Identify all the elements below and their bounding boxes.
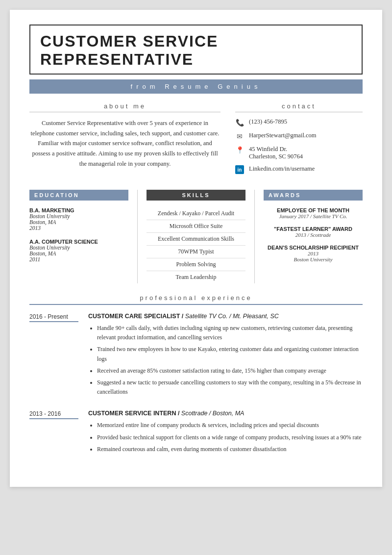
about-me-column: about me Customer Service Representative… bbox=[29, 102, 220, 179]
bullet-item: Received an average 85% customer satisfa… bbox=[97, 366, 363, 376]
bullet-item: Handle 90+ calls daily, with duties incl… bbox=[97, 324, 363, 342]
about-me-heading: about me bbox=[29, 102, 220, 112]
skill-6: Team Leadership bbox=[147, 271, 245, 283]
skills-heading: SKILLS bbox=[147, 190, 245, 201]
edu-city-2: Boston, MA bbox=[29, 251, 128, 256]
bullet-item: Suggested a new tactic to persuade cance… bbox=[97, 378, 363, 397]
job-2-row: 2013 - 2016 CUSTOMER SERVICE INTERN / Sc… bbox=[29, 410, 363, 456]
source-banner: from Resume Genius bbox=[29, 79, 363, 94]
contact-address: 📍 45 Winfield Dr. Charleston, SC 90764 bbox=[235, 146, 363, 160]
email-address: HarperStewart@gmail.com bbox=[249, 132, 317, 139]
award-detail-2: 2013 / Scottrade bbox=[264, 232, 363, 238]
award-title-3: DEAN'S SCHOLARSHIP RECIPIENT bbox=[264, 245, 363, 251]
contact-heading: contact bbox=[235, 102, 363, 112]
skills-column: SKILLS Zendesk / Kayako / Parcel Audit M… bbox=[137, 190, 255, 283]
contact-phone: 📞 (123) 456-7895 bbox=[235, 118, 363, 127]
skill-2: Microsoft Office Suite bbox=[147, 220, 245, 233]
job-1: 2016 - Present CUSTOMER CARE SPECIALIST … bbox=[29, 313, 363, 399]
job-2-bullets: Memorized entire line of company product… bbox=[88, 421, 363, 454]
edu-school-1: Boston University bbox=[29, 213, 128, 219]
contact-list: 📞 (123) 456-7895 ✉ HarperStewart@gmail.c… bbox=[235, 118, 363, 174]
skill-1: Zendesk / Kayako / Parcel Audit bbox=[147, 207, 245, 220]
about-me-text: Customer Service Representative with ove… bbox=[29, 118, 220, 169]
title-box: CUSTOMER SERVICE REPRESENTATIVE bbox=[29, 25, 363, 75]
resume-title: CUSTOMER SERVICE REPRESENTATIVE bbox=[40, 32, 352, 69]
top-section: about me Customer Service Representative… bbox=[29, 102, 363, 179]
phone-icon: 📞 bbox=[235, 118, 244, 127]
job-2: 2013 - 2016 CUSTOMER SERVICE INTERN / Sc… bbox=[29, 410, 363, 456]
edu-degree-2: A.A. COMPUTER SCIENCE bbox=[29, 239, 128, 245]
contact-email: ✉ HarperStewart@gmail.com bbox=[235, 132, 363, 141]
resume-document: CUSTOMER SERVICE REPRESENTATIVE from Res… bbox=[10, 10, 382, 487]
address-text: 45 Winfield Dr. Charleston, SC 90764 bbox=[249, 146, 303, 160]
job-1-dates: 2016 - Present bbox=[29, 313, 78, 322]
award-1: EMPLOYEE OF THE MONTH January 2017 / Sat… bbox=[264, 207, 363, 219]
bullet-item: Memorized entire line of company product… bbox=[97, 421, 363, 430]
job-1-bullets: Handle 90+ calls daily, with duties incl… bbox=[88, 324, 363, 397]
skill-4: 70WPM Typist bbox=[147, 246, 245, 258]
award-3: DEAN'S SCHOLARSHIP RECIPIENT 2013 Boston… bbox=[264, 245, 363, 262]
award-title-2: "FASTEST LEARNER" AWARD bbox=[264, 226, 363, 232]
award-title-1: EMPLOYEE OF THE MONTH bbox=[264, 207, 363, 213]
edu-degree-1: B.A. MARKETING bbox=[29, 207, 128, 213]
edu-year-2: 2011 bbox=[29, 256, 128, 262]
linkedin-url: Linkedin.com/in/username bbox=[249, 165, 315, 173]
job-1-content: CUSTOMER CARE SPECIALIST / Satellite TV … bbox=[88, 313, 363, 399]
job-1-title: CUSTOMER CARE SPECIALIST / Satellite TV … bbox=[88, 313, 363, 320]
email-icon: ✉ bbox=[235, 132, 244, 141]
award-2: "FASTEST LEARNER" AWARD 2013 / Scottrade bbox=[264, 226, 363, 238]
skills-list: Zendesk / Kayako / Parcel Audit Microsof… bbox=[147, 207, 245, 283]
experience-heading: professional experience bbox=[29, 294, 363, 305]
education-column: EDUCATION B.A. MARKETING Boston Universi… bbox=[29, 190, 137, 283]
job-1-row: 2016 - Present CUSTOMER CARE SPECIALIST … bbox=[29, 313, 363, 399]
edu-year-1: 2013 bbox=[29, 225, 128, 231]
job-2-content: CUSTOMER SERVICE INTERN / Scottrade / Bo… bbox=[88, 410, 363, 456]
skill-5: Problem Solving bbox=[147, 258, 245, 271]
education-heading: EDUCATION bbox=[29, 190, 128, 201]
skill-3: Excellent Communication Skills bbox=[147, 233, 245, 246]
awards-heading: AWARDS bbox=[264, 190, 363, 201]
awards-column: AWARDS EMPLOYEE OF THE MONTH January 201… bbox=[255, 190, 363, 283]
contact-linkedin: in Linkedin.com/in/username bbox=[235, 165, 363, 174]
edu-entry-2: A.A. COMPUTER SCIENCE Boston University … bbox=[29, 239, 128, 262]
award-year-3: 2013 bbox=[264, 251, 363, 256]
job-2-title: CUSTOMER SERVICE INTERN / Scottrade / Bo… bbox=[88, 410, 363, 417]
job-2-dates: 2013 - 2016 bbox=[29, 410, 78, 419]
professional-experience-section: professional experience 2016 - Present C… bbox=[29, 294, 363, 456]
three-column-section: EDUCATION B.A. MARKETING Boston Universi… bbox=[29, 190, 363, 283]
edu-entry-1: B.A. MARKETING Boston University Boston,… bbox=[29, 207, 128, 231]
bullet-item: Trained two new employees in how to use … bbox=[97, 345, 363, 363]
edu-school-2: Boston University bbox=[29, 245, 128, 251]
bullet-item: Remained courteous and calm, even during… bbox=[97, 445, 363, 454]
bullet-item: Provided basic technical support for cli… bbox=[97, 433, 363, 442]
edu-city-1: Boston, MA bbox=[29, 219, 128, 225]
contact-column: contact 📞 (123) 456-7895 ✉ HarperStewart… bbox=[235, 102, 363, 179]
phone-number: (123) 456-7895 bbox=[249, 118, 287, 126]
award-org-3: Boston University bbox=[264, 256, 363, 262]
location-icon: 📍 bbox=[235, 146, 244, 154]
award-detail-1: January 2017 / Satellite TV Co. bbox=[264, 213, 363, 219]
linkedin-icon: in bbox=[235, 165, 244, 174]
